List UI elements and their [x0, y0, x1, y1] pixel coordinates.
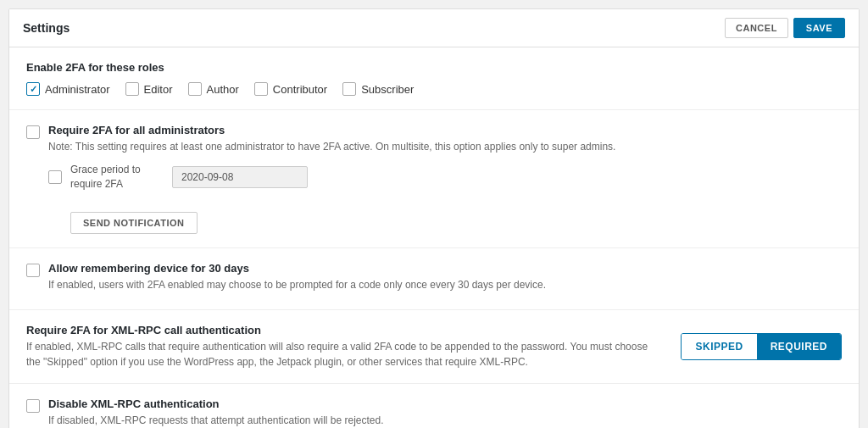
- xmlrpc-auth-label: Require 2FA for XML-RPC call authenticat…: [26, 324, 664, 336]
- role-editor[interactable]: Editor: [125, 82, 173, 96]
- grace-period-checkbox[interactable]: [48, 170, 62, 184]
- settings-title: Settings: [23, 21, 70, 35]
- disable-xmlrpc-checkbox[interactable]: [26, 399, 40, 413]
- grace-period-label: Grace period to require 2FA: [70, 163, 164, 192]
- role-editor-checkbox[interactable]: [125, 82, 139, 96]
- cancel-button[interactable]: CANCEL: [725, 18, 788, 38]
- disable-xmlrpc-section: Disable XML-RPC authentication If disabl…: [9, 384, 859, 428]
- require-2fa-section: Require 2FA for all administrators Note:…: [9, 110, 859, 248]
- role-contributor-checkbox[interactable]: [254, 82, 268, 96]
- role-administrator[interactable]: Administrator: [26, 82, 110, 96]
- settings-panel: Settings CANCEL SAVE Enable 2FA for thes…: [8, 8, 860, 428]
- settings-header: Settings CANCEL SAVE: [9, 9, 859, 47]
- roles-section: Enable 2FA for these roles Administrator…: [9, 47, 859, 110]
- xmlrpc-required-button[interactable]: REQUIRED: [757, 334, 841, 359]
- role-author-label: Author: [207, 83, 239, 96]
- role-contributor[interactable]: Contributor: [254, 82, 327, 96]
- require-2fa-checkbox[interactable]: [26, 125, 40, 139]
- require-2fa-desc: Note: This setting requires at least one…: [48, 139, 842, 154]
- remember-device-row: Allow remembering device for 30 days If …: [26, 262, 842, 292]
- role-author-checkbox[interactable]: [188, 82, 202, 96]
- role-subscriber-checkbox[interactable]: [342, 82, 356, 96]
- save-button[interactable]: SAVE: [793, 18, 845, 38]
- header-buttons: CANCEL SAVE: [725, 18, 845, 38]
- grace-period-row: Grace period to require 2FA: [48, 163, 842, 192]
- grace-period-date-input[interactable]: [172, 166, 308, 188]
- role-subscriber[interactable]: Subscriber: [342, 82, 414, 96]
- role-editor-label: Editor: [144, 83, 173, 96]
- xmlrpc-auth-content: Require 2FA for XML-RPC call authenticat…: [26, 324, 664, 370]
- role-administrator-label: Administrator: [45, 83, 110, 96]
- xmlrpc-auth-section: Require 2FA for XML-RPC call authenticat…: [9, 310, 859, 384]
- require-2fa-label: Require 2FA for all administrators: [48, 124, 842, 136]
- remember-device-section: Allow remembering device for 30 days If …: [9, 248, 859, 310]
- remember-device-content: Allow remembering device for 30 days If …: [48, 262, 842, 292]
- xmlrpc-auth-inner: Require 2FA for XML-RPC call authenticat…: [26, 324, 842, 370]
- roles-row: Administrator Editor Author Contributor …: [26, 82, 842, 96]
- send-notification-button[interactable]: SEND NOTIFICATION: [70, 212, 198, 234]
- role-administrator-checkbox[interactable]: [26, 82, 40, 96]
- remember-device-desc: If enabled, users with 2FA enabled may c…: [48, 277, 842, 292]
- disable-xmlrpc-content: Disable XML-RPC authentication If disabl…: [48, 397, 842, 428]
- disable-xmlrpc-row: Disable XML-RPC authentication If disabl…: [26, 397, 842, 428]
- role-subscriber-label: Subscriber: [361, 83, 414, 96]
- remember-device-checkbox[interactable]: [26, 264, 40, 277]
- xmlrpc-auth-desc: If enabled, XML-RPC calls that require a…: [26, 339, 664, 370]
- remember-device-label: Allow remembering device for 30 days: [48, 262, 842, 275]
- require-2fa-row: Require 2FA for all administrators Note:…: [26, 124, 842, 154]
- role-contributor-label: Contributor: [273, 83, 327, 96]
- xmlrpc-toggle-group: SKIPPED REQUIRED: [681, 333, 842, 360]
- disable-xmlrpc-label: Disable XML-RPC authentication: [48, 397, 842, 410]
- xmlrpc-skipped-button[interactable]: SKIPPED: [682, 334, 756, 359]
- role-author[interactable]: Author: [188, 82, 239, 96]
- roles-section-title: Enable 2FA for these roles: [26, 61, 842, 74]
- require-2fa-content: Require 2FA for all administrators Note:…: [48, 124, 842, 154]
- disable-xmlrpc-desc: If disabled, XML-RPC requests that attem…: [48, 413, 842, 428]
